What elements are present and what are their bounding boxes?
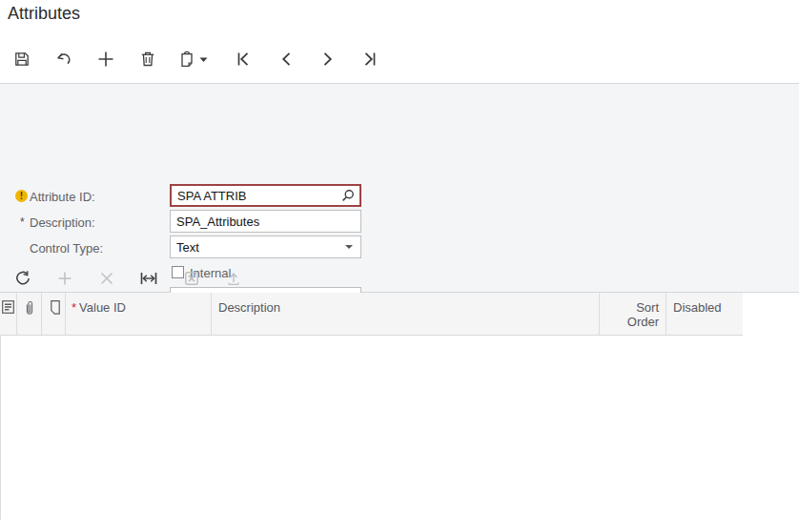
attribute-id-label: Attribute ID:: [30, 190, 95, 204]
grid-header: *Value ID Description Sort Order Disable…: [0, 293, 743, 336]
search-icon[interactable]: [341, 189, 355, 202]
paperclip-icon: [24, 300, 35, 335]
grid-body: [0, 336, 800, 520]
description-input[interactable]: [171, 211, 360, 232]
undo-button[interactable]: [50, 46, 78, 72]
control-type-dropdown[interactable]: [170, 235, 361, 258]
main-toolbar: [0, 42, 800, 74]
delete-button[interactable]: [133, 46, 162, 72]
value-id-required-marker: *: [72, 300, 76, 315]
add-button[interactable]: [92, 46, 120, 72]
control-type-label: Control Type:: [30, 241, 103, 256]
grid-delete-row-button[interactable]: [92, 266, 121, 291]
export-excel-icon: [184, 271, 199, 286]
control-type-value[interactable]: [171, 236, 345, 257]
chevron-down-icon: [345, 245, 353, 249]
description-field[interactable]: [170, 210, 361, 233]
save-icon: [13, 51, 31, 68]
description-required-marker: *: [20, 215, 25, 229]
go-previous-button[interactable]: [272, 46, 300, 72]
go-last-button[interactable]: [356, 46, 384, 72]
grid-toolbar: [0, 264, 800, 293]
go-next-button[interactable]: [314, 46, 342, 72]
notes-column-header: [0, 293, 17, 335]
document-icon: [48, 300, 60, 335]
column-header-disabled[interactable]: Disabled: [667, 293, 743, 335]
attribute-id-field[interactable]: [170, 184, 361, 207]
page-title: Attributes: [8, 4, 80, 24]
go-previous-icon: [279, 51, 293, 67]
files-column-header: [17, 293, 42, 335]
add-icon: [97, 51, 114, 68]
refresh-icon: [14, 270, 31, 287]
grid-add-row-button[interactable]: [51, 266, 79, 291]
clipboard-button[interactable]: [175, 46, 217, 72]
form-panel: ! Attribute ID: * Description: Control T…: [0, 83, 799, 293]
notes-icon: [2, 300, 14, 335]
add-row-icon: [57, 271, 72, 286]
grid-refresh-button[interactable]: [9, 266, 37, 291]
delete-row-icon: [99, 271, 114, 286]
attributes-screen: Attributes: [0, 0, 800, 532]
column-header-sort-order[interactable]: Sort Order: [600, 293, 667, 335]
column-header-description[interactable]: Description: [212, 293, 600, 335]
go-next-icon: [321, 51, 335, 67]
description-label: Description:: [30, 215, 95, 230]
clipboard-dropdown-caret-icon: [199, 57, 208, 62]
delete-icon: [140, 51, 155, 68]
attribute-id-input[interactable]: [172, 186, 341, 205]
go-first-icon: [236, 51, 250, 67]
warning-icon: !: [15, 190, 28, 202]
grid-upload-file-button[interactable]: [219, 266, 248, 291]
undo-icon: [54, 51, 73, 68]
clipboard-icon: [179, 51, 195, 68]
grid-fit-width-button[interactable]: [134, 266, 163, 291]
save-button[interactable]: [8, 46, 36, 72]
grid-export-excel-button[interactable]: [177, 266, 206, 291]
go-first-button[interactable]: [229, 46, 257, 72]
new-row-column-header: [42, 293, 66, 335]
go-last-icon: [363, 51, 377, 67]
column-header-value-id[interactable]: *Value ID: [66, 293, 212, 335]
fit-width-icon: [139, 271, 158, 286]
upload-file-icon: [226, 271, 241, 286]
